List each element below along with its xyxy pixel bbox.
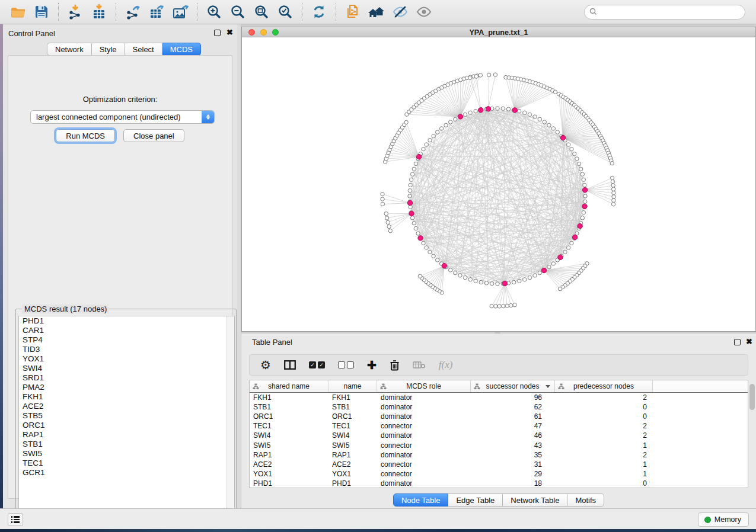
graph-node[interactable]	[468, 76, 472, 79]
mcds-result-item[interactable]: FKH1	[19, 392, 234, 402]
graph-node[interactable]	[556, 130, 559, 134]
graph-node[interactable]	[611, 187, 615, 191]
network-search-field[interactable]	[584, 5, 745, 20]
table-cell[interactable]: dominator	[377, 451, 471, 459]
table-cell[interactable]: RAP1	[250, 451, 328, 459]
table-cell[interactable]: RAP1	[328, 451, 377, 459]
graph-node[interactable]	[533, 115, 537, 118]
table-cell[interactable]: connector	[377, 422, 471, 430]
show-all-button[interactable]	[412, 2, 436, 22]
close-panel-icon[interactable]: ✖	[746, 338, 752, 346]
graph-node[interactable]	[412, 222, 416, 225]
graph-node[interactable]	[538, 117, 541, 121]
export-network-button[interactable]	[121, 2, 145, 22]
graph-hub-node[interactable]	[486, 107, 490, 111]
graph-node[interactable]	[425, 143, 428, 146]
graph-node[interactable]	[463, 113, 467, 116]
graph-node[interactable]	[410, 172, 414, 176]
graph-node[interactable]	[570, 241, 573, 245]
function-builder-icon[interactable]: f(x)	[439, 357, 453, 373]
graph-node[interactable]	[386, 220, 390, 224]
table-cell[interactable]: ORC1	[328, 412, 377, 421]
graph-node[interactable]	[409, 205, 412, 209]
graph-node[interactable]	[458, 274, 462, 277]
graph-hub-node[interactable]	[479, 108, 483, 113]
mcds-result-item[interactable]: STB5	[19, 411, 234, 421]
duplicate-network-button[interactable]	[341, 2, 365, 22]
table-row[interactable]: YOX1YOX1connector291	[250, 469, 748, 479]
graph-hub-node[interactable]	[409, 211, 414, 216]
tab-select[interactable]: Select	[125, 43, 162, 56]
table-cell[interactable]: YOX1	[250, 470, 328, 478]
delete-table-icon[interactable]	[413, 357, 426, 373]
graph-node[interactable]	[610, 161, 614, 165]
memory-button[interactable]: Memory	[698, 512, 749, 527]
graph-node[interactable]	[502, 305, 505, 308]
graph-node[interactable]	[444, 123, 448, 127]
column-header-MCDS-role[interactable]: MCDS role	[377, 380, 471, 392]
graph-node[interactable]	[567, 246, 570, 249]
table-cell[interactable]: FKH1	[328, 393, 377, 402]
graph-node[interactable]	[538, 271, 541, 274]
table-cell[interactable]: ACE2	[250, 460, 328, 469]
scrollbar-thumb[interactable]	[749, 384, 755, 410]
graph-node[interactable]	[487, 73, 490, 76]
mcds-result-item[interactable]: TEC1	[19, 459, 234, 468]
graph-node[interactable]	[479, 280, 483, 284]
table-cell[interactable]: dominator	[377, 412, 471, 421]
graph-node[interactable]	[570, 147, 573, 150]
graph-node[interactable]	[611, 202, 615, 206]
graph-node[interactable]	[432, 134, 435, 137]
zoom-selected-button[interactable]	[273, 2, 297, 22]
graph-node[interactable]	[509, 303, 512, 307]
table-cell[interactable]: dominator	[377, 393, 471, 402]
table-row[interactable]: RAP1RAP1dominator352	[250, 450, 748, 460]
table-cell[interactable]: 2	[555, 431, 653, 440]
graph-hub-node[interactable]	[407, 200, 412, 205]
graph-node[interactable]	[422, 147, 425, 150]
graph-node[interactable]	[385, 216, 388, 220]
mcds-result-item[interactable]: GCR1	[19, 468, 234, 477]
table-cell[interactable]: dominator	[377, 431, 471, 440]
graph-hub-node[interactable]	[578, 223, 582, 228]
add-column-icon[interactable]: ✚	[367, 357, 377, 373]
float-panel-icon[interactable]	[734, 339, 741, 345]
graph-node[interactable]	[547, 265, 551, 269]
float-panel-icon[interactable]	[214, 30, 221, 36]
mcds-result-item[interactable]: STP4	[19, 335, 234, 345]
graph-node[interactable]	[454, 271, 457, 274]
graph-node[interactable]	[512, 280, 516, 284]
graph-node[interactable]	[493, 73, 497, 76]
graph-hub-node[interactable]	[558, 255, 563, 259]
table-row[interactable]: ACE2ACE2connector311	[250, 460, 748, 469]
delete-columns-icon[interactable]	[390, 357, 400, 373]
tab-style[interactable]: Style	[92, 43, 125, 56]
export-table-button[interactable]	[145, 2, 168, 22]
graph-node[interactable]	[496, 282, 499, 286]
table-cell[interactable]: TEC1	[328, 422, 377, 430]
graph-node[interactable]	[558, 287, 562, 290]
graph-node[interactable]	[501, 107, 505, 110]
table-cell[interactable]: 35	[471, 451, 555, 459]
graph-node[interactable]	[387, 225, 391, 228]
table-cell[interactable]: TEC1	[250, 422, 328, 430]
table-cell[interactable]: ACE2	[328, 460, 377, 469]
select-all-columns-icon[interactable]: ✓✓	[309, 357, 325, 373]
graph-node[interactable]	[580, 172, 584, 176]
graph-hub-node[interactable]	[582, 204, 587, 209]
mcds-result-item[interactable]: STB1	[19, 440, 234, 449]
graph-node[interactable]	[490, 305, 493, 308]
table-cell[interactable]: 2	[555, 451, 653, 459]
table-cell[interactable]: SWI4	[250, 431, 328, 440]
graph-node[interactable]	[567, 143, 570, 146]
graph-node[interactable]	[494, 305, 497, 308]
table-cell[interactable]: SWI5	[328, 441, 377, 450]
mcds-result-list[interactable]: PHD1CAR1STP4TID3YOX1SWI4SRD1PMA2FKH1ACE2…	[18, 316, 235, 526]
gear-icon[interactable]: ⚙	[260, 357, 271, 373]
task-history-icon[interactable]	[8, 513, 23, 526]
graph-node[interactable]	[612, 198, 615, 202]
table-cell[interactable]: connector	[377, 460, 471, 469]
table-cell[interactable]: 29	[471, 470, 555, 478]
graph-node[interactable]	[543, 120, 546, 124]
tab-mcds[interactable]: MCDS	[162, 43, 201, 56]
